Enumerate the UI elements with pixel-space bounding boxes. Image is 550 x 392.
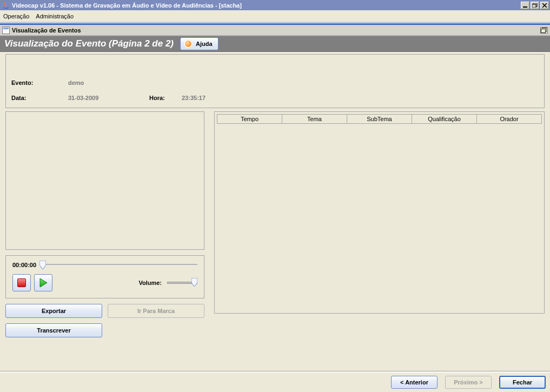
menu-operacao[interactable]: Operação [3,13,29,19]
window-title: Videocap v1.06 - Sistema de Gravação em … [12,2,521,9]
col-qualificacao[interactable]: Qualificação [412,115,477,124]
fechar-button[interactable]: Fechar [499,376,546,389]
java-app-icon [2,2,10,9]
exportar-label: Exportar [42,308,66,314]
seek-slider[interactable] [39,261,197,269]
internal-frame-title: Visualização de Eventos [12,27,81,34]
col-orador[interactable]: Orador [477,115,542,124]
internal-frame-header: Visualização de Eventos [0,25,550,36]
page-title-bar: Visualização do Evento (Página 2 de 2) A… [0,36,550,52]
stop-icon [17,278,26,287]
col-tema[interactable]: Tema [282,115,347,124]
marks-table[interactable]: Tempo Tema SubTema Qualificação Orador [217,114,542,124]
window-restore-button[interactable] [531,2,539,9]
hora-value: 23:35:17 [182,95,206,101]
video-preview-area [5,111,204,250]
exportar-button[interactable]: Exportar [5,304,102,318]
transcrever-label: Transcrever [37,327,70,334]
anterior-label: < Anterior [400,379,428,386]
window-close-button[interactable] [540,2,549,9]
stop-button[interactable] [12,274,31,291]
playback-panel: 00:00:00 [5,255,204,298]
page-title: Visualização do Evento (Página 2 de 2) [4,38,174,49]
marks-table-panel: Tempo Tema SubTema Qualificação Orador [214,111,545,314]
window-icon [2,26,10,34]
play-icon [38,278,48,288]
help-button-label: Ajuda [196,41,213,47]
internal-frame-restore-button[interactable] [540,27,548,34]
window-minimize-button[interactable] [521,2,529,9]
col-tempo[interactable]: Tempo [217,115,282,124]
data-label: Data: [11,95,68,101]
hora-label: Hora: [149,95,182,101]
data-value: 31-03-2009 [68,95,149,101]
proximo-button[interactable]: Próximo > [445,376,492,389]
ir-para-marca-button[interactable]: Ir Para Marca [108,304,204,318]
wizard-footer: < Anterior Próximo > Fechar [0,371,550,392]
event-info-panel: Evento: demo Data: 31-03-2009 Hora: 23:3… [5,54,545,108]
help-button[interactable]: Ajuda [180,37,218,50]
volume-slider-thumb-icon [191,278,197,288]
ir-para-marca-label: Ir Para Marca [137,308,175,314]
anterior-button[interactable]: < Anterior [391,376,438,389]
evento-label: Evento: [11,79,68,86]
fechar-label: Fechar [513,379,532,386]
lifebuoy-icon [184,39,193,48]
evento-value: demo [68,79,84,86]
proximo-label: Próximo > [454,379,483,386]
col-subtema[interactable]: SubTema [347,115,412,124]
window-titlebar: Videocap v1.06 - Sistema de Gravação em … [0,0,550,10]
table-header-row: Tempo Tema SubTema Qualificação Orador [217,115,542,124]
svg-rect-0 [523,6,527,8]
volume-label: Volume: [138,280,162,286]
transcrever-button[interactable]: Transcrever [5,323,102,337]
menubar: Operação Administração [0,10,550,22]
volume-slider[interactable] [167,279,197,287]
svg-rect-2 [532,4,536,8]
playback-time: 00:00:00 [12,262,36,268]
menu-administracao[interactable]: Administração [36,13,74,19]
play-button[interactable] [34,274,52,291]
seek-slider-thumb-icon [40,261,46,269]
